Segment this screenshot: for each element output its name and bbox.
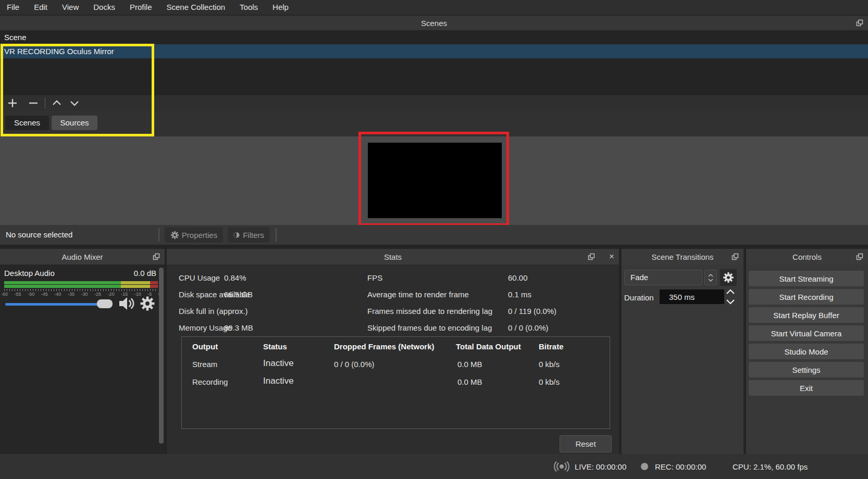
table-cell: Inactive (263, 358, 294, 369)
chevron-up-icon (708, 274, 713, 277)
menu-view[interactable]: View (55, 0, 86, 15)
audio-mixer-panel: Desktop Audio 0.0 dB -60 -55 -50 -45 -40… (0, 264, 165, 454)
volume-slider-handle[interactable] (97, 299, 113, 308)
menu-help[interactable]: Help (265, 0, 296, 15)
popout-icon[interactable] (153, 253, 160, 260)
tab-scenes[interactable]: Scenes (5, 116, 49, 130)
toolbar-divider (45, 97, 45, 109)
start-streaming-button[interactable]: Start Streaming (749, 271, 864, 286)
stat-label: FPS (367, 273, 382, 283)
start-recording-button[interactable]: Start Recording (749, 289, 864, 305)
table-header: Bitrate (539, 341, 564, 352)
preview-video-frame[interactable] (368, 143, 502, 218)
stat-label: Disk full in (approx.) (179, 306, 248, 317)
popout-icon[interactable] (856, 19, 863, 27)
tab-sources[interactable]: Sources (52, 116, 97, 130)
popout-icon[interactable] (856, 253, 863, 260)
exit-button[interactable]: Exit (749, 380, 864, 396)
broadcast-icon (553, 461, 571, 472)
settings-button[interactable]: Settings (749, 362, 864, 377)
table-header: Total Data Output (456, 341, 521, 352)
mixer-gear-icon[interactable] (140, 296, 155, 311)
table-cell: 0 / 0 (0.0%) (334, 359, 375, 370)
move-scene-down-icon[interactable] (68, 97, 81, 109)
popout-icon[interactable] (731, 253, 739, 260)
add-scene-icon[interactable] (6, 97, 19, 109)
transition-select[interactable]: Fade (624, 270, 702, 285)
stat-value: 0.1 ms (508, 289, 531, 300)
meter-tick-labels: -60 -55 -50 -45 -40 -35 -30 -25 -20 -15 … (1, 292, 161, 297)
studio-mode-button[interactable]: Studio Mode (749, 344, 864, 359)
popout-icon[interactable] (588, 253, 595, 260)
scene-transitions-title: Scene Transitions (622, 249, 743, 264)
menu-file[interactable]: File (0, 0, 27, 15)
stat-label: CPU Usage (179, 273, 220, 283)
obs-window: File Edit View Docks Profile Scene Colle… (0, 0, 868, 479)
stat-label: Skipped frames due to encoding lag (367, 323, 492, 333)
move-scene-up-icon[interactable] (51, 97, 63, 109)
tick-label: -35 (68, 292, 75, 297)
menu-profile[interactable]: Profile (122, 0, 159, 15)
tick-label: -40 (54, 292, 61, 297)
filters-label: Filters (243, 231, 264, 240)
table-cell: 0.0 MB (457, 359, 482, 370)
menu-edit[interactable]: Edit (27, 0, 55, 15)
scene-list-item-selected[interactable]: VR RECORDING Oculus Mirror (0, 44, 868, 58)
stats-titlebar: Stats × (167, 249, 619, 264)
stat-label: Average time to render frame (367, 289, 469, 300)
mixer-scrollbar[interactable] (159, 268, 164, 444)
record-dot-icon (641, 463, 648, 470)
table-cell: 0.0 MB (457, 376, 482, 388)
meter-tick-marks (4, 289, 158, 291)
no-source-label: No source selected (6, 225, 72, 245)
remove-scene-icon[interactable] (27, 97, 40, 109)
volume-meter (4, 281, 158, 288)
properties-button[interactable]: Properties (165, 227, 223, 243)
stat-value: 0 / 0 (0.0%) (508, 323, 549, 333)
reset-button[interactable]: Reset (560, 435, 612, 452)
audio-mixer-title: Audio Mixer (0, 249, 165, 264)
menu-scene-collection[interactable]: Scene Collection (159, 0, 233, 15)
scene-transitions-panel: Fade Duration (622, 264, 743, 454)
live-status-icon-wrap (553, 454, 571, 479)
audio-mixer-titlebar: Audio Mixer (0, 249, 165, 264)
menu-bar: File Edit View Docks Profile Scene Colle… (0, 0, 868, 15)
stat-value: 66.5 GB (224, 289, 253, 300)
transition-settings-button[interactable] (720, 269, 737, 286)
controls-titlebar: Controls (746, 249, 868, 264)
table-cell: Stream (192, 359, 217, 370)
mixer-level-db: 0.0 dB (134, 269, 156, 278)
rec-timer: REC: 00:00:00 (655, 454, 706, 479)
duration-label: Duration (624, 291, 654, 305)
mixer-channel-name: Desktop Audio (4, 269, 55, 278)
live-timer: LIVE: 00:00:00 (575, 454, 626, 479)
toolbar-separator (158, 228, 159, 242)
scene-list-item[interactable]: Scene (0, 30, 868, 44)
menu-docks[interactable]: Docks (86, 0, 122, 15)
transition-select-spinner[interactable] (704, 270, 717, 285)
tick-label: -45 (41, 292, 48, 297)
controls-title: Controls (746, 249, 868, 264)
stat-value: 0 / 119 (0.0%) (508, 306, 556, 317)
table-header: Dropped Frames (Network) (334, 341, 435, 352)
dock-tab-row: Scenes Sources (0, 111, 868, 136)
tick-label: -50 (28, 292, 34, 297)
filters-button[interactable]: Filters (228, 227, 269, 243)
menu-tools[interactable]: Tools (232, 0, 265, 15)
table-header: Output (192, 341, 218, 352)
scenes-dock-title: Scenes (0, 16, 868, 30)
cpu-fps-status: CPU: 2.1%, 60.00 fps (733, 454, 808, 479)
filters-icon (233, 231, 240, 240)
duration-stepper[interactable] (726, 288, 735, 305)
scene-list: Scene VR RECORDING Oculus Mirror (0, 30, 868, 95)
chevron-down-icon (726, 299, 735, 305)
speaker-icon[interactable] (118, 296, 135, 311)
start-virtual-camera-button[interactable]: Start Virtual Camera (749, 325, 864, 341)
start-replay-buffer-button[interactable]: Start Replay Buffer (749, 307, 864, 323)
stat-value: 60.00 (508, 273, 528, 283)
duration-input[interactable] (660, 289, 724, 304)
close-icon[interactable]: × (609, 253, 614, 260)
scene-transitions-titlebar: Scene Transitions (622, 249, 743, 264)
stat-value: 0.84% (224, 273, 246, 283)
chevron-down-icon (708, 279, 713, 282)
